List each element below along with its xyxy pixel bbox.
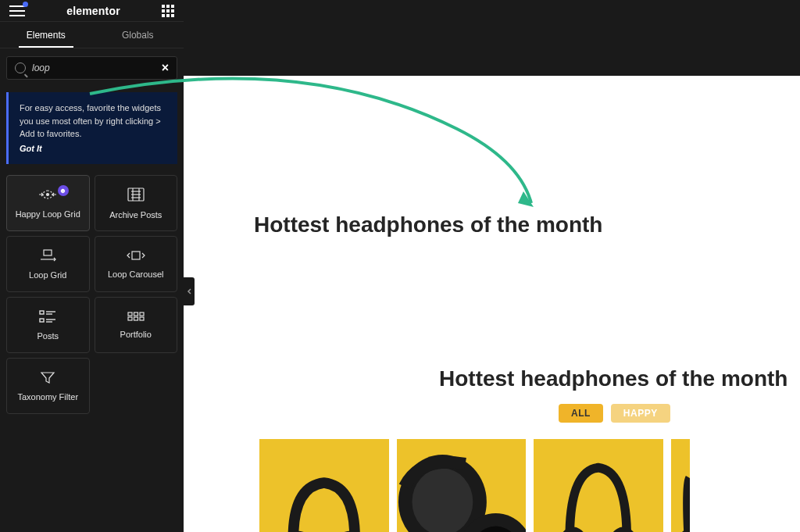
notice-text: For easy access, favorite the widgets yo… [20,103,161,138]
notice-dismiss-link[interactable]: Got It [20,142,166,155]
widget-taxonomy-filter[interactable]: Taxonomy Filter [6,358,90,414]
panel-collapse-toggle[interactable] [184,277,195,305]
panel-tabs: Elements Globals [0,22,184,48]
happy-badge-icon [58,185,69,196]
svg-rect-7 [44,250,52,255]
widget-loop-grid[interactable]: Loop Grid [6,236,90,292]
widget-label: Posts [37,331,59,341]
portfolio-icon [127,311,145,322]
chevron-left-icon [187,287,192,295]
headphone-image [397,439,527,532]
filter-tab-all[interactable]: ALL [559,404,603,423]
favorites-notice: For easy access, favorite the widgets yo… [6,92,177,164]
widget-label: Archive Posts [109,210,162,220]
loop-grid [259,439,800,532]
editor-canvas: Hottest headphones of the month Hottest … [184,0,800,532]
svg-rect-17 [134,312,138,316]
widget-label: Portfolio [120,330,152,339]
widget-label: Happy Loop Grid [16,209,80,219]
svg-rect-20 [134,317,138,320]
svg-point-0 [47,194,49,196]
svg-rect-21 [140,317,144,320]
apps-grid-icon[interactable] [162,5,174,17]
widget-posts[interactable]: Posts [6,297,90,353]
sidebar-header: elementor [0,0,184,22]
widget-archive-posts[interactable]: Archive Posts [95,175,178,231]
tab-elements[interactable]: Elements [0,22,92,48]
section-heading[interactable]: Hottest headphones of the month [254,212,602,237]
svg-rect-11 [40,319,44,322]
svg-rect-9 [132,252,140,259]
search-icon [15,62,26,73]
svg-rect-10 [40,311,44,314]
editor-sidebar: elementor Elements Globals × For easy ac… [0,0,184,532]
happy-loop-grid-icon [38,187,58,202]
svg-rect-33 [534,441,663,532]
section-heading-2[interactable]: Hottest headphones of the month [439,366,788,391]
headphone-image [534,439,663,532]
headphone-image [671,439,690,532]
search-input[interactable] [32,62,162,73]
loop-item[interactable] [397,439,527,532]
posts-icon [38,309,57,323]
widget-grid: Happy Loop Grid Archive Posts Loop Grid … [0,170,184,419]
widget-portfolio[interactable]: Portfolio [95,297,178,353]
widget-loop-carousel[interactable]: Loop Carousel [95,236,178,292]
loop-carousel-icon [126,249,146,262]
svg-rect-16 [128,312,132,316]
loop-item[interactable] [671,439,690,532]
search-box: × [6,56,177,80]
brand-logo: elementor [66,5,120,17]
tab-globals[interactable]: Globals [92,22,184,48]
taxonomy-filter-icon [40,370,55,384]
clear-search-icon[interactable]: × [162,61,169,75]
search-wrap: × [0,48,184,86]
loop-item[interactable] [534,439,663,532]
widget-label: Loop Grid [29,270,66,280]
archive-posts-icon [127,187,145,202]
hamburger-menu-icon[interactable] [9,5,25,16]
loop-item[interactable] [259,439,389,532]
widget-label: Taxonomy Filter [17,392,78,402]
page-content[interactable]: Hottest headphones of the month Hottest … [184,76,800,532]
notification-dot [23,2,28,7]
filter-tab-happy[interactable]: HAPPY [611,404,670,423]
headphone-image [259,439,389,532]
widget-label: Loop Carousel [108,270,164,279]
widget-happy-loop-grid[interactable]: Happy Loop Grid [6,175,90,231]
svg-rect-19 [128,317,132,320]
svg-rect-18 [140,312,144,316]
loop-filter-tabs: ALL HAPPY [559,404,670,423]
loop-grid-icon [38,248,58,262]
